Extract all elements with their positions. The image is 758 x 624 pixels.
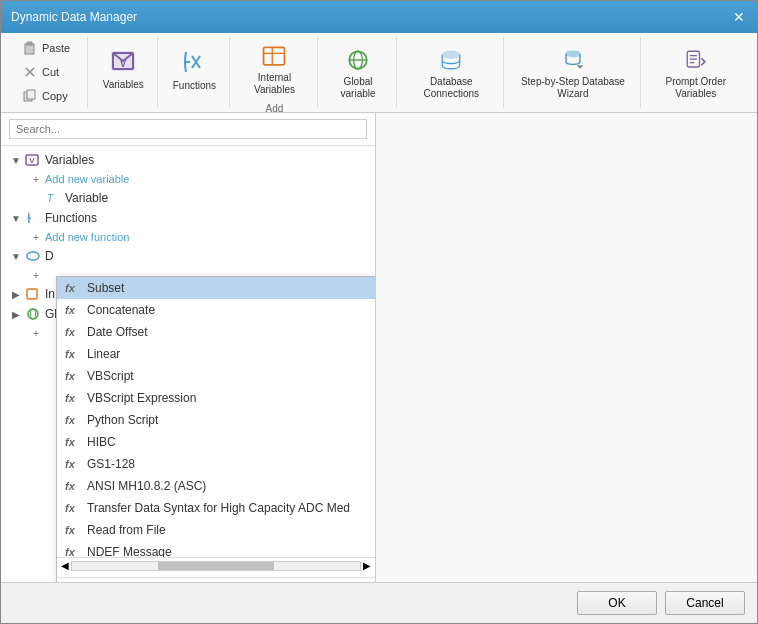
database-connections-button[interactable]: Database Connections: [405, 41, 497, 105]
stepbystep-row: Step-by-Step Database Wizard: [512, 37, 633, 108]
toolbar-group-prompt: Prompt Order Variables: [643, 37, 749, 108]
d-add-icon: +: [29, 268, 43, 282]
functions-row: Functions: [166, 37, 223, 108]
search-input[interactable]: [9, 119, 367, 139]
expand-in-icon: ▶: [9, 287, 23, 301]
tree-item-variable[interactable]: T Variable: [1, 188, 375, 208]
python-label: Python Script: [87, 413, 158, 427]
vbscript-expression-label: VBScript Expression: [87, 391, 196, 405]
fx-icon: fx: [65, 282, 81, 294]
internal-variables-button[interactable]: Internal Variables: [238, 37, 311, 101]
dropdown-item-gs1[interactable]: fx GS1-128: [57, 453, 375, 475]
fx-icon-concat: fx: [65, 304, 81, 316]
paste-label: Paste: [42, 42, 70, 54]
fx-icon-hibc: fx: [65, 436, 81, 448]
dropdown-item-ndef[interactable]: fx NDEF Message: [57, 541, 375, 557]
database-connections-icon: [435, 46, 467, 74]
scroll-right-btn[interactable]: ▶: [363, 560, 371, 571]
dropdown-item-python[interactable]: fx Python Script: [57, 409, 375, 431]
hibc-label: HIBC: [87, 435, 116, 449]
svg-rect-11: [264, 47, 285, 65]
fx-icon-py: fx: [65, 414, 81, 426]
variables-tree-icon: V: [25, 152, 41, 168]
expand-d-icon: ▼: [9, 249, 23, 263]
dropdown-item-transfer[interactable]: fx Transfer Data Syntax for High Capacit…: [57, 497, 375, 519]
fx-icon-linear: fx: [65, 348, 81, 360]
functions-tree-icon: [25, 210, 41, 226]
functions-icon: [178, 46, 210, 78]
toolbar: Paste Cut Copy: [1, 33, 757, 113]
step-by-step-button[interactable]: Step-by-Step Database Wizard: [512, 41, 633, 105]
prompt-order-button[interactable]: Prompt Order Variables: [649, 41, 743, 105]
tree-item-add-variable[interactable]: + Add new variable: [1, 170, 375, 188]
transfer-label: Transfer Data Syntax for High Capacity A…: [87, 501, 350, 515]
variables-button[interactable]: V Variables: [96, 40, 151, 104]
dropdown-item-vbscript[interactable]: fx VBScript: [57, 365, 375, 387]
dropdown-item-linear[interactable]: fx Linear: [57, 343, 375, 365]
scroll-left-btn[interactable]: ◀: [61, 560, 69, 571]
global-variable-button[interactable]: Global variable: [326, 41, 390, 105]
fx-icon-vbs: fx: [65, 370, 81, 382]
fx-icon-transfer: fx: [65, 502, 81, 514]
tree-item-functions[interactable]: ▼ Functions: [1, 208, 375, 228]
dropdown-item-read-from-file[interactable]: fx Read from File: [57, 519, 375, 541]
internal-variables-label: Internal Variables: [245, 72, 304, 96]
read-from-file-label: Read from File: [87, 523, 166, 537]
vbscript-label: VBScript: [87, 369, 134, 383]
variable-type-icon: T: [45, 190, 61, 206]
dropdown-list: fx Subset fx Concatenate fx Date Offset: [57, 277, 375, 557]
database-connections-label: Database Connections: [412, 76, 490, 100]
tree-item-d[interactable]: ▼ D: [1, 246, 375, 266]
close-button[interactable]: ✕: [731, 9, 747, 25]
dropdown-item-date-offset[interactable]: fx Date Offset: [57, 321, 375, 343]
gl-tree-icon: [25, 306, 41, 322]
svg-point-26: [27, 252, 39, 260]
d-tree-label: D: [45, 249, 54, 263]
tree-item-variables[interactable]: ▼ V Variables: [1, 150, 375, 170]
fx-icon-ansi: fx: [65, 480, 81, 492]
dropdown-item-concatenate[interactable]: fx Concatenate: [57, 299, 375, 321]
svg-point-28: [28, 309, 38, 319]
main-content: ▼ V Variables + Add new variable: [1, 113, 757, 582]
dropdown-item-ansi[interactable]: fx ANSI MH10.8.2 (ASC): [57, 475, 375, 497]
prompt-row: Prompt Order Variables: [649, 37, 743, 108]
horizontal-scrollbar-area: ◀ ▶: [57, 557, 375, 573]
global-variable-icon: [342, 46, 374, 74]
ok-button[interactable]: OK: [577, 591, 657, 615]
horizontal-scrollbar[interactable]: [71, 561, 361, 571]
variables-icon: V: [107, 45, 139, 77]
variables-tree-label: Variables: [45, 153, 94, 167]
cut-button[interactable]: Cut: [15, 61, 81, 83]
svg-rect-1: [27, 42, 32, 45]
copy-icon: [22, 88, 38, 104]
global-variable-label: Global variable: [333, 76, 383, 100]
dropdown-footer: Function name: Create function Cancel: [57, 577, 375, 582]
cut-label: Cut: [42, 66, 59, 78]
svg-rect-5: [27, 90, 35, 99]
svg-text:T: T: [47, 193, 54, 204]
expand-functions-icon: ▼: [9, 211, 23, 225]
title-bar: Dynamic Data Manager ✕: [1, 1, 757, 33]
copy-button[interactable]: Copy: [15, 85, 81, 107]
dropdown-item-subset[interactable]: fx Subset: [57, 277, 375, 299]
prompt-order-label: Prompt Order Variables: [656, 76, 736, 100]
fx-icon-gs1: fx: [65, 458, 81, 470]
variable-expand: [29, 191, 43, 205]
add-function-icon: +: [29, 230, 43, 244]
paste-button[interactable]: Paste: [15, 37, 81, 59]
functions-button[interactable]: Functions: [166, 41, 223, 105]
right-panel: [376, 113, 757, 582]
paste-icon: [22, 40, 38, 56]
in-tree-label: In: [45, 287, 55, 301]
cancel-button[interactable]: Cancel: [665, 591, 745, 615]
step-by-step-label: Step-by-Step Database Wizard: [519, 76, 626, 100]
toolbar-group-functions: Functions: [160, 37, 230, 108]
internal-row: Internal Variables: [238, 37, 311, 101]
subset-label: Subset: [87, 281, 124, 295]
dropdown-item-vbscript-expr[interactable]: fx VBScript Expression: [57, 387, 375, 409]
tree-item-add-function[interactable]: + Add new function: [1, 228, 375, 246]
svg-text:V: V: [29, 156, 35, 165]
dropdown-item-hibc[interactable]: fx HIBC: [57, 431, 375, 453]
linear-label: Linear: [87, 347, 120, 361]
add-variable-icon: +: [29, 172, 43, 186]
